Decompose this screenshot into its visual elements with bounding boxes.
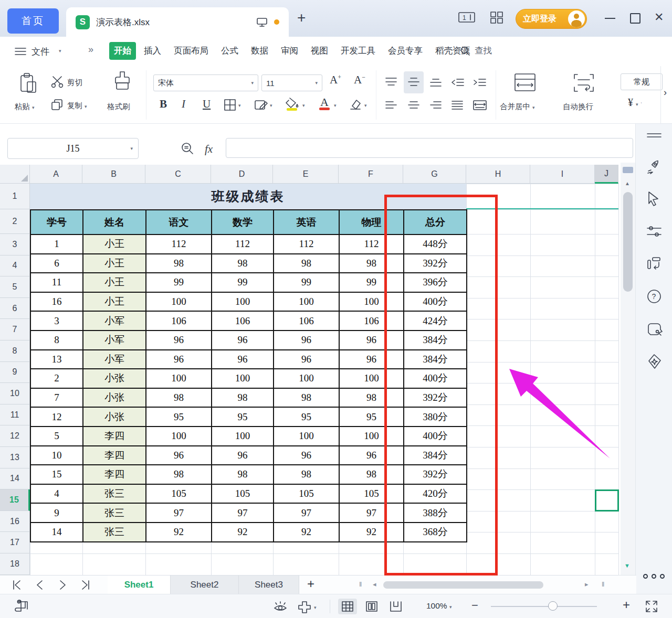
sheet-nav-buttons[interactable] (12, 580, 101, 590)
cell[interactable]: 98 (146, 388, 212, 408)
cell[interactable]: 99 (146, 273, 212, 292)
row-header-3[interactable]: 3 (0, 234, 30, 255)
cell[interactable]: 1 (30, 235, 83, 254)
cell[interactable]: 98 (274, 388, 339, 408)
row-header-6[interactable]: 6 (0, 298, 30, 319)
location-pin-icon[interactable] (646, 354, 662, 369)
menu-tab-0[interactable]: 开始 (109, 42, 136, 60)
copy-icon[interactable] (50, 99, 64, 111)
cursor-icon[interactable] (646, 191, 661, 207)
tab-list-icon[interactable]: 1 (458, 10, 479, 24)
fx-icon[interactable]: fx (205, 143, 213, 156)
menu-tab-2[interactable]: 页面布局 (169, 42, 213, 60)
menu-tab-1[interactable]: 插入 (139, 42, 166, 60)
cell[interactable]: 13 (30, 350, 83, 369)
feedback-icon[interactable] (646, 321, 663, 337)
vertical-scroll-thumb[interactable] (623, 192, 633, 292)
cell[interactable]: 98 (274, 465, 339, 484)
cell[interactable]: 8 (30, 331, 83, 350)
row-header-11[interactable]: 11 (0, 404, 30, 426)
row-header-9[interactable]: 9 (0, 362, 30, 383)
search-box[interactable]: 查找 (460, 45, 492, 57)
toolbar-expand-button[interactable]: › (664, 87, 667, 98)
hamburger-menu-icon[interactable] (15, 47, 26, 56)
center-cross-icon[interactable] (297, 600, 312, 614)
row-header-17[interactable]: 17 (0, 532, 30, 553)
cell[interactable]: 100 (146, 292, 212, 312)
zoom-out-button[interactable]: − (471, 599, 478, 612)
cell[interactable]: 100 (146, 369, 212, 388)
column-header-j-selected[interactable]: J (595, 165, 618, 184)
active-cell-selection[interactable] (595, 489, 619, 512)
zoom-slider-knob[interactable] (548, 601, 558, 611)
presentation-monitor-icon[interactable] (256, 17, 268, 27)
wrap-text-icon[interactable] (572, 72, 595, 93)
row-header-4[interactable]: 4 (0, 255, 30, 277)
fill-color-button[interactable] (285, 97, 300, 111)
zoom-in-button[interactable]: + (623, 598, 630, 612)
cell[interactable]: 97 (274, 503, 339, 523)
table-header-cell[interactable]: 语文 (146, 210, 212, 235)
row-header-2[interactable]: 2 (0, 209, 30, 234)
cell[interactable]: 15 (30, 465, 83, 484)
column-header-c[interactable]: C (145, 165, 211, 184)
table-header-cell[interactable]: 学号 (30, 210, 83, 235)
menu-overflow-icon[interactable]: » (88, 44, 93, 55)
home-button[interactable]: 首页 (7, 8, 59, 34)
table-header-cell[interactable]: 姓名 (83, 210, 146, 235)
table-header-cell[interactable]: 英语 (274, 210, 339, 235)
column-header-e[interactable]: E (273, 165, 339, 184)
file-menu[interactable]: 文件 (32, 46, 49, 58)
row-header-7[interactable]: 7 (0, 319, 30, 340)
cell[interactable]: 李四 (83, 427, 146, 446)
cell[interactable]: 97 (146, 503, 212, 523)
column-header-f[interactable]: F (339, 165, 403, 184)
cell[interactable]: 12 (30, 407, 83, 427)
row-header-13[interactable]: 13 (0, 447, 30, 468)
column-header-a[interactable]: A (30, 165, 82, 184)
row-header-14[interactable]: 14 (0, 468, 30, 490)
decrease-indent-icon[interactable] (450, 77, 465, 88)
cell[interactable]: 98 (212, 388, 274, 408)
cell[interactable]: 张三 (83, 523, 146, 542)
cell[interactable]: 小张 (83, 369, 146, 388)
menu-tab-3[interactable]: 公式 (216, 42, 243, 60)
cell[interactable]: 96 (146, 446, 212, 465)
cell-style-button[interactable] (254, 99, 268, 111)
column-header-i[interactable]: I (530, 165, 595, 184)
cell[interactable]: 106 (212, 311, 274, 331)
cut-button[interactable]: 剪切 (67, 78, 82, 88)
cell[interactable]: 100 (212, 427, 274, 446)
borders-button[interactable] (224, 99, 236, 111)
rocket-icon[interactable] (646, 158, 662, 174)
page-break-view-button[interactable] (386, 599, 405, 614)
increase-font-button[interactable]: A+ (330, 73, 341, 87)
cell[interactable]: 112 (146, 235, 212, 254)
row-header-18[interactable]: 18 (0, 553, 30, 575)
cell[interactable]: 106 (274, 311, 339, 331)
file-menu-caret-icon[interactable]: ▾ (59, 48, 61, 54)
cell[interactable]: 98 (274, 254, 339, 273)
row-header-15[interactable]: 15 (0, 489, 30, 511)
row-header-8[interactable]: 8 (0, 340, 30, 362)
eraser-button[interactable] (348, 98, 362, 111)
merge-center-button[interactable]: 合并居中 ▾ (500, 102, 535, 112)
normal-view-button[interactable] (338, 599, 357, 614)
cell[interactable]: 16 (30, 292, 83, 312)
cell[interactable]: 小王 (83, 273, 146, 292)
cell[interactable]: 100 (274, 369, 339, 388)
cell[interactable]: 105 (146, 484, 212, 504)
document-tab[interactable]: S 演示表格.xlsx (66, 7, 289, 37)
cell[interactable]: 99 (274, 273, 339, 292)
format-painter-button[interactable]: 格式刷 (107, 102, 130, 112)
cell[interactable]: 小军 (83, 350, 146, 369)
row-header-1[interactable]: 1 (0, 184, 30, 209)
table-header-cell[interactable]: 数学 (212, 210, 274, 235)
underline-button[interactable]: U (203, 98, 211, 111)
cell[interactable]: 小张 (83, 388, 146, 408)
minimize-button[interactable] (605, 18, 615, 19)
vertical-scrollbar[interactable]: ▲ ▼ (621, 163, 635, 575)
bold-button[interactable]: B (160, 98, 167, 111)
cell[interactable]: 100 (212, 292, 274, 312)
cell[interactable]: 98 (146, 465, 212, 484)
